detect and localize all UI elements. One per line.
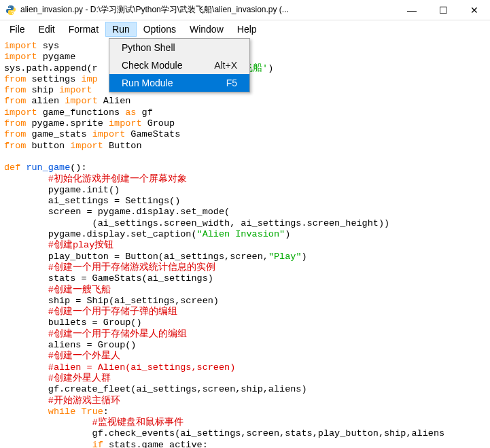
- run-dropdown: Python Shell Check Module Alt+X Run Modu…: [109, 38, 250, 92]
- menu-options[interactable]: Options: [137, 22, 183, 37]
- text: ): [301, 252, 307, 262]
- text: Alien: [98, 96, 131, 106]
- text: gf.check_events(ai_settings,screen,stats…: [4, 428, 444, 438]
- text: Group: [142, 118, 175, 128]
- kw: True: [81, 407, 103, 417]
- kw: from: [4, 118, 26, 128]
- text: gf.create_fleet(ai_settings,screen,ship,…: [4, 384, 307, 394]
- dropdown-shortcut: Alt+X: [214, 60, 237, 71]
- run-run-module[interactable]: Run Module F5: [109, 74, 249, 92]
- code-editor[interactable]: import sys import pygame sys.path.append…: [0, 38, 490, 448]
- kw: while: [48, 407, 76, 417]
- text: pygame.sprite: [26, 118, 109, 128]
- titlebar: alien_invasion.py - D:\学习测试\Python学习\武装飞…: [0, 0, 490, 20]
- kw: import: [92, 129, 126, 139]
- menu-run[interactable]: Run: [105, 22, 137, 37]
- text: ): [268, 63, 273, 73]
- dropdown-label: Run Module: [122, 77, 173, 88]
- comment: #开始游戏主循环: [4, 396, 120, 406]
- text: ai_settings = Settings(): [4, 196, 180, 206]
- text: pygame.init(): [4, 185, 120, 195]
- text: sys: [37, 41, 59, 51]
- def: run_game: [26, 162, 70, 173]
- kw: import: [70, 141, 103, 151]
- text: aliens = Group(): [4, 340, 136, 350]
- menu-file[interactable]: File: [3, 22, 32, 37]
- kw: import: [109, 118, 142, 128]
- text: gf: [136, 107, 152, 118]
- text: :: [103, 407, 109, 417]
- kw: as: [125, 107, 136, 118]
- text: game_stats: [26, 129, 92, 139]
- dropdown-shortcut: F5: [226, 77, 237, 88]
- window-title: alien_invasion.py - D:\学习测试\Python学习\武装飞…: [20, 4, 289, 16]
- kw: from: [4, 85, 26, 95]
- kw: from: [4, 129, 26, 139]
- comment: #创建一艘飞船: [4, 285, 111, 295]
- text: stats.game_active:: [103, 440, 208, 448]
- run-python-shell[interactable]: Python Shell: [109, 39, 249, 56]
- text: button: [26, 141, 70, 151]
- comment: #初始化游戏并创建一个屏幕对象: [4, 174, 187, 184]
- maximize-button[interactable]: ☐: [427, 0, 459, 20]
- comment: #创建一个用于存储外星人的编组: [4, 329, 187, 339]
- kw: import: [4, 52, 37, 62]
- run-check-module[interactable]: Check Module Alt+X: [109, 56, 249, 74]
- text: ():: [70, 162, 86, 173]
- kw: import: [4, 41, 37, 51]
- comment: #创建一个外星人: [4, 351, 120, 361]
- kw: from: [4, 96, 26, 106]
- kw: import: [59, 85, 92, 95]
- kw: def: [4, 162, 20, 173]
- menu-window[interactable]: Window: [183, 22, 230, 37]
- kw: import: [65, 96, 98, 106]
- comment: #alien = Alien(ai_settings,screen): [4, 362, 235, 373]
- str: "Alien Invasion": [197, 229, 285, 239]
- text: Button: [103, 141, 142, 151]
- text: [4, 440, 92, 448]
- comment: #监视键盘和鼠标事件: [4, 417, 183, 428]
- text: pygame: [37, 52, 76, 62]
- str: "Play": [268, 252, 302, 262]
- text: game_functions: [37, 107, 126, 118]
- kw: imp: [81, 74, 97, 84]
- comment: #创建一个用于存储游戏统计信息的实例: [4, 262, 215, 273]
- dropdown-label: Check Module: [122, 60, 183, 71]
- close-button[interactable]: ✕: [459, 0, 490, 20]
- titlebar-left: alien_invasion.py - D:\学习测试\Python学习\武装飞…: [5, 4, 289, 16]
- text: pygame.display.set_caption(: [4, 229, 197, 239]
- text: ): [285, 229, 290, 239]
- menu-format[interactable]: Format: [62, 22, 105, 37]
- python-idle-icon: [5, 5, 16, 16]
- text: [4, 407, 48, 417]
- kw: import: [4, 107, 37, 118]
- comment: #创建外星人群: [4, 373, 111, 383]
- text: GameStats: [125, 129, 180, 139]
- text: alien: [26, 96, 65, 106]
- text: play_button = Button(ai_settings,screen,: [4, 252, 268, 262]
- text: screen = pygame.display.set_mode(: [4, 207, 230, 217]
- menu-help[interactable]: Help: [230, 22, 264, 37]
- kw: from: [4, 141, 26, 151]
- text: stats = GameStats(ai_settings): [4, 273, 213, 283]
- dropdown-label: Python Shell: [122, 42, 175, 53]
- menubar: File Edit Format Run Options Window Help: [0, 20, 490, 38]
- text: (ai_settings.screen_width, ai_settings.s…: [4, 218, 389, 228]
- text: sys.path.append(r: [4, 63, 98, 73]
- comment: #创建play按钮: [4, 240, 113, 250]
- minimize-button[interactable]: —: [396, 0, 427, 20]
- text: bullets = Group(): [4, 317, 142, 328]
- text: ship: [26, 85, 59, 95]
- window-controls: — ☐ ✕: [396, 0, 490, 20]
- text: ship = Ship(ai_settings,screen): [4, 296, 219, 306]
- comment: #创建一个用于存储子弹的编组: [4, 307, 177, 317]
- text: settings: [26, 74, 81, 84]
- menu-edit[interactable]: Edit: [32, 22, 62, 37]
- kw: if: [92, 440, 103, 448]
- kw: from: [4, 74, 26, 84]
